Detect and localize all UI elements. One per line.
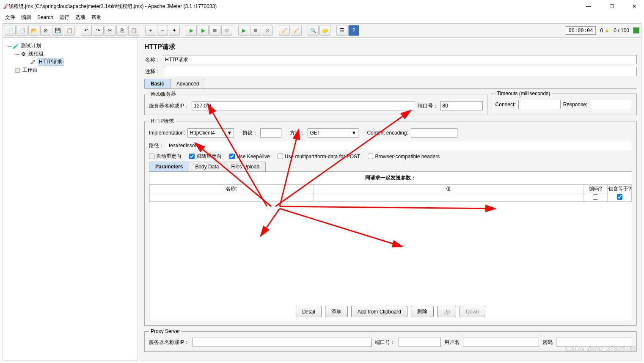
connect-input[interactable] [518, 100, 561, 109]
save-as-icon[interactable]: 📋 [64, 25, 75, 36]
copy-icon[interactable]: ⎘ [116, 25, 127, 36]
close-icon[interactable]: ⊘ [40, 25, 51, 36]
clear-icon[interactable]: 🧹 [279, 25, 290, 36]
up-button[interactable]: Up [437, 306, 456, 317]
proto-input[interactable] [260, 128, 281, 138]
subtab-body-data[interactable]: Body Data [189, 162, 225, 171]
reset-search-icon[interactable]: 🧽 [319, 25, 330, 36]
clipboard-button[interactable]: Add from Clipboard [351, 306, 407, 317]
timeouts-legend: Timeouts (milliseconds) [495, 91, 552, 96]
col-value: 值 [314, 185, 583, 193]
new-file-icon[interactable]: 📄 [5, 25, 16, 36]
tree-http-request[interactable]: 🖊 HTTP请求 [5, 58, 136, 66]
delete-button[interactable]: 删除 [411, 306, 434, 317]
add-button[interactable]: 添加 [325, 306, 348, 317]
minimize-button[interactable]: — [582, 3, 595, 9]
tree-workbench[interactable]: 📋 工作台 [5, 66, 136, 74]
close-button[interactable]: ✕ [628, 3, 641, 9]
remote-start-icon[interactable]: ▶ [238, 25, 249, 36]
detail-button[interactable]: Detail [296, 306, 322, 317]
search-icon[interactable]: 🔍 [308, 25, 319, 36]
tree-testplan[interactable]: ◦─ 🧪 测试计划 [5, 42, 136, 50]
timer-display: 00:00:04 [566, 26, 596, 35]
menu-help[interactable]: 帮助 [91, 14, 102, 21]
timeouts-fieldset: Timeouts (milliseconds) Connect: Respons… [491, 91, 637, 115]
tree-threadgroup[interactable]: ◦─ ⚙ 线程组 [5, 50, 136, 58]
remote-shutdown-icon[interactable]: ⊘ [262, 25, 273, 36]
down-button[interactable]: Down [460, 306, 485, 317]
cb-browser-headers[interactable]: Browser-compatible headers [368, 154, 440, 160]
function-helper-icon[interactable]: ☰ [336, 25, 347, 36]
encoding-label: Content encoding: [367, 130, 408, 136]
panel-title: HTTP请求 [144, 43, 637, 52]
start-no-pause-icon[interactable]: ▶ [198, 25, 209, 36]
port-label: 端口号： [418, 102, 438, 110]
path-input[interactable] [167, 141, 632, 150]
menu-run[interactable]: 运行 [59, 14, 69, 21]
cb-auto-redirect[interactable]: 自动重定向 [149, 153, 182, 160]
web-server-legend: Web服务器 [149, 91, 178, 98]
port-input[interactable] [440, 101, 483, 110]
cut-icon[interactable]: ✂ [105, 25, 116, 36]
chevron-down-icon: ▼ [349, 130, 357, 136]
maximize-button[interactable]: ☐ [605, 3, 618, 9]
proxy-fieldset: Proxy Server 服务器名称或IP： 端口号： 用户名 密码 [144, 328, 637, 352]
menu-file[interactable]: 文件 [5, 14, 15, 21]
connect-label: Connect: [495, 102, 516, 107]
gear-icon: ⚙ [20, 51, 27, 58]
open-icon[interactable]: 📂 [28, 25, 39, 36]
proxy-user-input[interactable] [463, 338, 539, 347]
encode-checkbox[interactable] [593, 194, 598, 200]
test-plan-tree[interactable]: ◦─ 🧪 测试计划 ◦─ ⚙ 线程组 🖊 HTTP请求 📋 工作台 [3, 39, 138, 360]
comment-input[interactable] [163, 67, 637, 76]
pipette-icon: 🖊 [29, 59, 36, 66]
response-input[interactable] [590, 100, 632, 109]
encoding-input[interactable] [411, 128, 457, 138]
expand-toggle-icon[interactable]: ◦─ [6, 43, 11, 49]
start-icon[interactable]: ▶ [186, 25, 197, 36]
templates-icon[interactable]: 📑 [17, 25, 28, 36]
impl-select[interactable]: HttpClient4 ▼ [187, 128, 234, 138]
expand-icon[interactable]: ＋ [145, 25, 156, 36]
subtab-files-upload[interactable]: Files Upload [225, 162, 266, 171]
subtab-parameters[interactable]: Parameters [149, 162, 189, 171]
table-row[interactable] [150, 193, 632, 202]
method-select[interactable]: GET ▼ [308, 128, 358, 138]
include-checkbox[interactable] [617, 194, 622, 200]
menu-search[interactable]: Search [37, 14, 53, 20]
status-indicator [633, 28, 639, 33]
impl-value: HttpClient4 [190, 130, 215, 136]
paste-icon[interactable]: 📋 [128, 25, 139, 36]
tree-label-workbench: 工作台 [22, 66, 38, 74]
window-title: 线程组.jmx (C:\springcloud\apachejmeter3.1\… [8, 3, 582, 10]
help-icon[interactable]: ? [348, 25, 359, 36]
proxy-port-input[interactable] [399, 338, 441, 347]
collapse-icon[interactable]: － [157, 25, 168, 36]
cb-multipart[interactable]: Use multipart/form-data for POST [278, 154, 361, 160]
shutdown-icon[interactable]: ⊘ [221, 25, 232, 36]
save-icon[interactable]: 💾 [52, 25, 63, 36]
tab-basic[interactable]: Basic [144, 79, 171, 88]
expand-toggle-icon[interactable]: ◦─ [14, 51, 18, 57]
tab-advanced[interactable]: Advanced [170, 79, 205, 88]
clear-all-icon[interactable]: 🧹 [291, 25, 302, 36]
chevron-down-icon: ▼ [224, 130, 232, 136]
redo-icon[interactable]: ↷ [93, 25, 104, 36]
undo-icon[interactable]: ↶ [81, 25, 92, 36]
menu-edit[interactable]: 编辑 [21, 14, 31, 21]
menu-bar: 文件 编辑 Search 运行 选项 帮助 [0, 13, 644, 22]
title-bar: 𝒥 线程组.jmx (C:\springcloud\apachejmeter3.… [0, 0, 644, 13]
remote-stop-icon[interactable]: ⏹ [250, 25, 261, 36]
cb-keepalive[interactable]: Use KeepAlive [229, 154, 270, 160]
params-table[interactable]: 名称: 值 编码? 包含等于? [149, 184, 632, 202]
cb-follow-redirect[interactable]: 跟随重定向 [189, 153, 222, 160]
name-input[interactable] [163, 55, 637, 64]
toggle-icon[interactable]: ✦ [169, 25, 180, 36]
impl-label: Implementation: [149, 130, 185, 136]
comment-label: 注释： [144, 68, 160, 75]
stop-icon[interactable]: ⏹ [209, 25, 220, 36]
menu-options[interactable]: 选项 [75, 14, 85, 21]
http-request-legend: HTTP请求 [149, 118, 176, 125]
proxy-server-input[interactable] [193, 338, 372, 347]
server-input[interactable] [192, 101, 415, 110]
